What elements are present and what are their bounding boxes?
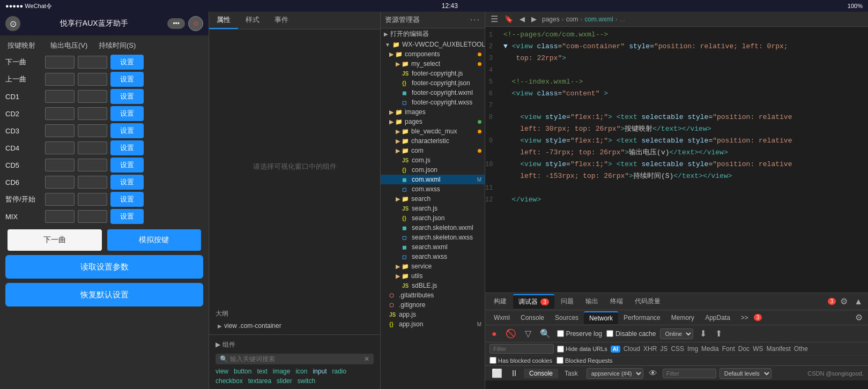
eye-icon[interactable]: 👁 [647, 368, 659, 379]
row-voltage-input-2[interactable] [45, 90, 75, 103]
row-set-button-9[interactable]: 设置 [110, 209, 144, 224]
filetree-more-button[interactable]: ··· [470, 15, 480, 25]
tab-code-quality[interactable]: 代码质量 [629, 295, 666, 308]
subtab-memory[interactable]: Memory [666, 312, 700, 324]
collapse-icon[interactable]: ▲ [852, 296, 865, 308]
row-set-button-1[interactable]: 设置 [110, 72, 144, 87]
preserve-log-checkbox[interactable] [557, 330, 564, 337]
blocked-requests-checkbox[interactable] [557, 357, 563, 364]
doc-label[interactable]: Doc [738, 345, 750, 353]
hamburger-icon[interactable]: ☰ [489, 13, 499, 25]
online-select[interactable]: Online [660, 328, 693, 339]
tree-item-search-skeleton-wxml[interactable]: ◼ search.skeleton.wxml [381, 223, 485, 233]
default-levels-select[interactable]: Default levels [719, 368, 771, 379]
phone-back-icon[interactable]: ⊙ [5, 16, 20, 31]
tab-attributes[interactable]: 属性 [209, 12, 238, 29]
cloud-label[interactable]: Cloud [624, 345, 640, 353]
tree-item-images[interactable]: ▶ 📁 images [381, 107, 485, 117]
tree-item--gitignore[interactable]: ⬡ .gitignore [381, 300, 485, 310]
tree-item-footer-copyright-wxss[interactable]: ◻ footer-copyright.wxss [381, 98, 485, 107]
upload-icon[interactable]: ⬆ [713, 327, 724, 340]
tab-styles[interactable]: 样式 [238, 12, 267, 29]
tab-events[interactable]: 事件 [267, 12, 296, 29]
row-set-button-3[interactable]: 设置 [110, 106, 144, 121]
subtab-network[interactable]: Network [584, 311, 618, 324]
console-filter-input[interactable] [663, 369, 716, 378]
outline-item[interactable]: ▶ view .com-container [212, 320, 377, 331]
row-duration-input-4[interactable] [78, 124, 107, 137]
tree-item-footer-copyright-wxml[interactable]: ◼ footer-copyright.wxml [381, 88, 485, 98]
row-voltage-input-1[interactable] [45, 73, 75, 86]
row-duration-input-0[interactable] [78, 56, 107, 69]
has-blocked-cookies-checkbox[interactable] [489, 357, 496, 364]
breadcrumb-file[interactable]: com.wxml [584, 16, 613, 23]
tab-terminal[interactable]: 终端 [605, 295, 628, 308]
subtab-more[interactable]: >> [736, 312, 754, 324]
back-icon[interactable]: ◀ [518, 14, 526, 24]
img-label[interactable]: Img [687, 345, 698, 353]
clear-search-icon[interactable]: ✕ [364, 355, 369, 363]
console-tab[interactable]: Console [524, 369, 558, 378]
comp-switch[interactable]: switch [298, 377, 315, 385]
comp-checkbox[interactable]: checkbox [216, 377, 243, 385]
comp-text[interactable]: text [257, 368, 267, 375]
tree-item-search-json[interactable]: {} search.json [381, 213, 485, 223]
tree-item-pages[interactable]: ▶ 📁 pages [381, 117, 485, 126]
tree-item-search[interactable]: ▶ 📁 search [381, 194, 485, 204]
filter-input[interactable] [489, 344, 554, 354]
tree-item-service[interactable]: ▶ 📁 service [381, 261, 485, 271]
row-set-button-7[interactable]: 设置 [110, 175, 144, 190]
tree-item-com-json[interactable]: {} com.json [381, 165, 485, 175]
subtab-wxml[interactable]: Wxml [488, 312, 515, 324]
bookmark-icon[interactable]: 🔖 [503, 14, 514, 24]
css-label[interactable]: CSS [671, 345, 684, 353]
pause-icon[interactable]: ⏸ [508, 368, 521, 379]
row-duration-input-7[interactable] [78, 176, 107, 189]
row-voltage-input-9[interactable] [45, 210, 75, 223]
components-search[interactable]: 🔍 ✕ [216, 354, 374, 364]
tab-debugger[interactable]: 调试器 3 [513, 294, 554, 309]
tree-item-search-wxml[interactable]: ◼ search.wxml [381, 242, 485, 252]
forward-icon[interactable]: ▶ [530, 14, 538, 24]
context-icon[interactable]: ⬜ [489, 367, 505, 379]
media-label[interactable]: Media [701, 345, 719, 353]
row-voltage-input-8[interactable] [45, 193, 75, 206]
tree-item-com-js[interactable]: JS com.js [381, 155, 485, 165]
tree-item-ble_vwcdc_mux[interactable]: ▶ 📁 ble_vwcdc_mux [381, 126, 485, 136]
comp-button[interactable]: button [234, 368, 251, 375]
subtab-console[interactable]: Console [515, 312, 550, 324]
tab-issues[interactable]: 问题 [555, 295, 579, 308]
record-button[interactable]: ● [489, 328, 499, 340]
tree-item-com-wxss[interactable]: ◻ com.wxss [381, 184, 485, 194]
tree-item-characteristic[interactable]: ▶ 📁 characteristic [381, 136, 485, 146]
tree-item-search-js[interactable]: JS search.js [381, 204, 485, 213]
breadcrumb-com[interactable]: com [566, 16, 578, 23]
hide-data-urls-checkbox[interactable] [557, 346, 564, 353]
comp-view[interactable]: view [216, 368, 228, 375]
row-set-button-8[interactable]: 设置 [110, 192, 144, 207]
row-duration-input-9[interactable] [78, 210, 107, 223]
search-icon2[interactable]: 🔍 [538, 327, 553, 340]
disable-cache-checkbox[interactable] [606, 330, 613, 337]
font-label[interactable]: Font [722, 345, 735, 353]
row-set-button-6[interactable]: 设置 [110, 158, 144, 173]
tab-build[interactable]: 构建 [488, 295, 512, 308]
row-voltage-input-7[interactable] [45, 176, 75, 189]
row-duration-input-5[interactable] [78, 141, 107, 154]
row-voltage-input-6[interactable] [45, 159, 75, 171]
appservice-select[interactable]: appservice (#4) [587, 368, 643, 379]
js-label[interactable]: JS [660, 345, 667, 353]
comp-textarea[interactable]: textarea [248, 377, 271, 385]
tree-item--gitattributes[interactable]: ⬡ .gitattributes [381, 290, 485, 300]
tree-item-app-json[interactable]: {} app.jsonM [381, 319, 485, 329]
tab-output[interactable]: 输出 [580, 295, 604, 308]
subtab-sources[interactable]: Sources [550, 312, 584, 324]
row-duration-input-3[interactable] [78, 107, 107, 120]
tree-item-my_select[interactable]: ▶ 📁 my_select [381, 59, 485, 69]
comp-icon[interactable]: icon [295, 368, 307, 375]
tree-item-com-wxml[interactable]: ◼ com.wxmlM [381, 175, 485, 184]
tree-item-com[interactable]: ▶ 📁 com [381, 146, 485, 155]
breadcrumb-pages[interactable]: pages [542, 16, 560, 23]
row-duration-input-2[interactable] [78, 90, 107, 103]
phone-record-button[interactable]: ⊙ [188, 16, 203, 31]
